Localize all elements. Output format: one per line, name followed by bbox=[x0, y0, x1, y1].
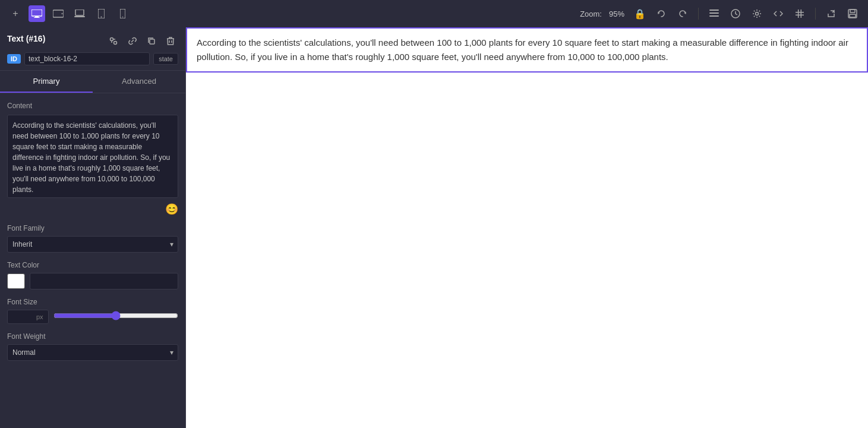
lock-icon[interactable]: 🔒 bbox=[632, 5, 648, 22]
panel-title: Text (#16) bbox=[7, 34, 45, 43]
font-size-input[interactable] bbox=[8, 310, 34, 323]
font-family-label: Font Family bbox=[7, 224, 178, 232]
clock-icon[interactable] bbox=[727, 5, 744, 22]
panel-header: Text (#16) ID bbox=[0, 27, 185, 71]
svg-point-4 bbox=[62, 13, 63, 14]
id-badge: ID bbox=[7, 54, 21, 64]
svg-rect-27 bbox=[150, 39, 154, 44]
canvas-area[interactable]: Text According to the scientists' calcul… bbox=[186, 27, 868, 428]
state-button[interactable]: state bbox=[153, 53, 178, 65]
left-panel: Text (#16) ID bbox=[0, 27, 186, 428]
desktop-icon[interactable] bbox=[29, 5, 45, 22]
content-emoji-icon[interactable]: 😊 bbox=[165, 203, 178, 216]
svg-rect-21 bbox=[850, 10, 855, 12]
delete-action-icon[interactable] bbox=[163, 33, 178, 49]
main-layout: Text (#16) ID bbox=[0, 27, 868, 428]
font-size-field: Font Size px bbox=[7, 298, 178, 324]
content-label: Content bbox=[7, 102, 178, 110]
svg-rect-0 bbox=[31, 10, 42, 16]
zoom-label: Zoom: bbox=[580, 10, 602, 18]
svg-rect-6 bbox=[74, 16, 85, 17]
svg-point-24 bbox=[114, 42, 117, 45]
id-row: ID state bbox=[7, 52, 178, 65]
copy-action-icon[interactable] bbox=[144, 33, 159, 49]
font-weight-field: Font Weight Normal Bold 100 200 300 400 … bbox=[7, 332, 178, 361]
color-swatch[interactable] bbox=[7, 273, 25, 289]
tablet-horizontal-icon[interactable] bbox=[50, 5, 67, 22]
undo-icon[interactable] bbox=[653, 5, 670, 22]
group-action-icon[interactable] bbox=[106, 33, 121, 49]
svg-rect-13 bbox=[709, 15, 719, 17]
grid-icon[interactable] bbox=[791, 5, 808, 22]
svg-point-15 bbox=[756, 12, 759, 15]
panel-actions bbox=[106, 33, 178, 49]
content-section: Content 😊 bbox=[7, 102, 178, 216]
svg-rect-12 bbox=[709, 12, 719, 14]
tab-advanced[interactable]: Advanced bbox=[93, 71, 185, 93]
panel-content: Content 😊 Font Family Inherit Arial Geor… bbox=[0, 93, 185, 428]
color-field bbox=[7, 273, 178, 289]
mobile-icon[interactable] bbox=[114, 5, 131, 22]
tab-primary[interactable]: Primary bbox=[0, 71, 93, 93]
text-color-label: Text Color bbox=[7, 261, 178, 269]
save-icon[interactable] bbox=[844, 5, 861, 22]
svg-point-23 bbox=[111, 38, 113, 41]
svg-point-10 bbox=[122, 17, 123, 18]
code-icon[interactable] bbox=[770, 5, 787, 22]
link-action-icon[interactable] bbox=[125, 33, 140, 49]
export-icon[interactable] bbox=[823, 5, 839, 22]
svg-rect-2 bbox=[34, 17, 40, 18]
svg-point-8 bbox=[100, 17, 102, 18]
list-icon[interactable] bbox=[706, 5, 722, 22]
text-content: According to the scientists' calculation… bbox=[197, 36, 857, 64]
color-input[interactable] bbox=[30, 273, 178, 289]
font-family-field: Font Family Inherit Arial Georgia Times … bbox=[7, 224, 178, 253]
tabs: Primary Advanced bbox=[0, 71, 185, 93]
svg-rect-1 bbox=[35, 16, 39, 17]
font-size-slider[interactable] bbox=[53, 311, 178, 320]
redo-icon[interactable] bbox=[674, 5, 691, 22]
svg-rect-5 bbox=[75, 10, 84, 15]
text-block[interactable]: Text According to the scientists' calcul… bbox=[186, 27, 868, 73]
zoom-value: 95% bbox=[609, 10, 624, 18]
top-toolbar: + Zoom: 95% 🔒 bbox=[0, 0, 868, 27]
font-weight-select[interactable]: Normal Bold 100 200 300 400 500 600 700 … bbox=[7, 344, 178, 361]
font-size-row: px bbox=[7, 310, 178, 324]
slider-wrap bbox=[53, 311, 178, 323]
add-icon[interactable]: + bbox=[7, 5, 24, 22]
svg-rect-11 bbox=[709, 10, 719, 11]
font-family-select[interactable]: Inherit Arial Georgia Times New Roman Ve… bbox=[7, 236, 178, 253]
canvas-inner: Text According to the scientists' calcul… bbox=[186, 27, 868, 428]
font-weight-label: Font Weight bbox=[7, 332, 178, 341]
toolbar-right: Zoom: 95% 🔒 bbox=[580, 5, 861, 22]
tablet-vertical-icon[interactable] bbox=[93, 5, 109, 22]
laptop-icon[interactable] bbox=[71, 5, 88, 22]
svg-rect-22 bbox=[850, 14, 856, 17]
font-family-select-wrapper: Inherit Arial Georgia Times New Roman Ve… bbox=[7, 236, 178, 253]
font-weight-select-wrapper: Normal Bold 100 200 300 400 500 600 700 … bbox=[7, 344, 178, 361]
size-input-wrap: px bbox=[7, 310, 49, 324]
font-size-label: Font Size bbox=[7, 298, 178, 306]
text-color-field: Text Color bbox=[7, 261, 178, 289]
gear-icon[interactable] bbox=[749, 5, 765, 22]
content-textarea[interactable] bbox=[7, 115, 178, 198]
size-unit: px bbox=[34, 313, 46, 320]
id-input[interactable] bbox=[24, 52, 150, 65]
